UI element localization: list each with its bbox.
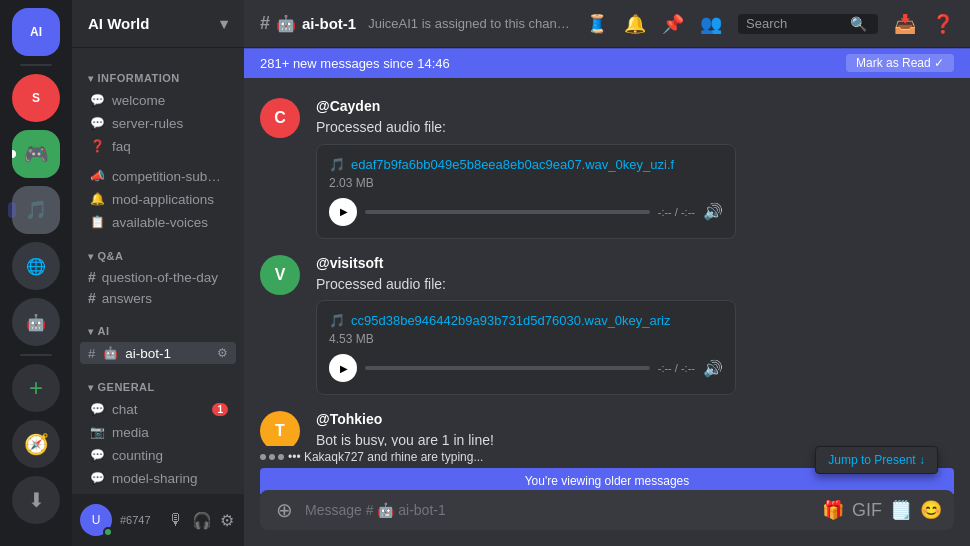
server-header[interactable]: AI World ▾ <box>72 0 244 48</box>
play-button-1[interactable] <box>329 198 357 226</box>
section-general[interactable]: ▾ GENERAL <box>72 365 244 397</box>
add-attachment-icon[interactable]: ⊕ <box>272 490 297 530</box>
volume-icon-2[interactable]: 🔊 <box>703 359 723 378</box>
server-icon-s5[interactable]: 🌐 <box>12 242 60 290</box>
audio-controls-2: -:-- / -:-- 🔊 <box>329 354 723 382</box>
avatar-visitsoft: V <box>260 255 300 295</box>
server-icon-label: AI <box>30 25 42 39</box>
main-content: # 🤖 ai-bot-1 JuiceAI1 is assigned to thi… <box>244 0 970 546</box>
sticker-icon[interactable]: 🗒️ <box>890 499 912 521</box>
audio-filename-2: 🎵 cc95d38be946442b9a93b731d5d76030.wav_0… <box>329 313 723 328</box>
channel-media[interactable]: 📷 media <box>80 421 236 443</box>
audio-filesize-2: 4.53 MB <box>329 332 723 346</box>
author-visitsoft[interactable]: @visitsoft <box>316 255 383 271</box>
jump-to-present-button[interactable]: Jump to Present ↓ <box>815 446 938 474</box>
gif-icon[interactable]: GIF <box>852 500 882 521</box>
channel-counting[interactable]: 💬 counting <box>80 444 236 466</box>
server-icon-s4[interactable]: 🎵 <box>12 186 60 234</box>
deafen-icon[interactable]: 🎧 <box>190 509 214 532</box>
volume-icon-1[interactable]: 🔊 <box>703 202 723 221</box>
play-button-2[interactable] <box>329 354 357 382</box>
author-cayden[interactable]: @Cayden <box>316 98 380 114</box>
section-qa[interactable]: ▾ Q&A <box>72 234 244 266</box>
mute-icon[interactable]: 🎙 <box>166 509 186 532</box>
user-avatar: U <box>80 504 112 536</box>
audio-controls-1: -:-- / -:-- 🔊 <box>329 198 723 226</box>
channel-chat[interactable]: 💬 chat 1 <box>80 398 236 420</box>
channel-settings-icon[interactable]: ⚙ <box>217 346 228 360</box>
download-icon[interactable]: ⬇ <box>12 476 60 524</box>
channel-competition[interactable]: 📣 competition-sub… <box>80 165 236 187</box>
search-input[interactable] <box>746 16 846 31</box>
message-input[interactable] <box>297 491 822 529</box>
section-information[interactable]: ▾ INFORMATION <box>72 56 244 88</box>
message-content-cayden: @Cayden Processed audio file: 🎵 edaf7b9f… <box>316 98 954 239</box>
channel-header: # 🤖 ai-bot-1 JuiceAI1 is assigned to thi… <box>244 0 970 48</box>
unread-badge-chat: 1 <box>212 403 228 416</box>
pin-icon[interactable]: 📌 <box>662 13 684 35</box>
explore-servers-button[interactable]: 🧭 <box>12 420 60 468</box>
section-arrow-ai: ▾ <box>88 326 94 337</box>
input-actions: 🎁 GIF 🗒️ 😊 <box>822 499 942 521</box>
channel-answers[interactable]: # answers <box>80 288 236 308</box>
notification-dot-s3 <box>12 150 16 158</box>
file-icon-2: 🎵 <box>329 313 345 328</box>
channel-submissions[interactable]: 💬 submissions <box>80 490 236 494</box>
audio-filesize-1: 2.03 MB <box>329 176 723 190</box>
section-arrow-information: ▾ <box>88 73 94 84</box>
message-input-wrapper: ⊕ 🎁 GIF 🗒️ 😊 <box>260 490 954 530</box>
channel-question-of-the-day[interactable]: # question-of-the-day <box>80 267 236 287</box>
threads-icon[interactable]: 🧵 <box>586 13 608 35</box>
search-box[interactable]: 🔍 <box>738 14 878 34</box>
audio-attachment-1: 🎵 edaf7b9fa6bb049e5b8eea8eb0ac9ea07.wav_… <box>316 144 736 239</box>
typing-dot-2 <box>269 454 275 460</box>
members-icon[interactable]: 👥 <box>700 13 722 35</box>
add-server-button[interactable]: + <box>12 364 60 412</box>
inbox-icon[interactable]: 📥 <box>894 13 916 35</box>
mark-as-read-button[interactable]: Mark as Read ✓ <box>846 54 954 72</box>
channel-icon-welcome: 💬 <box>88 91 106 109</box>
notification-settings-icon[interactable]: 🔔 <box>624 13 646 35</box>
audio-progress-1[interactable] <box>365 210 650 214</box>
server-icon-s6[interactable]: 🤖 <box>12 298 60 346</box>
search-icon: 🔍 <box>850 16 867 32</box>
hash-icon-qotd: # <box>88 269 96 285</box>
section-ai[interactable]: ▾ AI <box>72 309 244 341</box>
channel-ai-bot-1[interactable]: # 🤖 ai-bot-1 ⚙ <box>80 342 236 364</box>
author-tohkieo[interactable]: @Tohkieo <box>316 411 382 427</box>
user-controls: 🎙 🎧 ⚙ <box>166 509 236 532</box>
message-group-tohkieo: T @Tohkieo Bot is busy, you are 1 in lin… <box>244 407 970 446</box>
channel-mod-applications[interactable]: 🔔 mod-applications <box>80 188 236 210</box>
avatar-tohkieo: T <box>260 411 300 446</box>
channel-icon-submissions: 💬 <box>88 492 106 494</box>
channel-available-voices[interactable]: 📋 available-voices <box>80 211 236 233</box>
emoji-icon[interactable]: 😊 <box>920 499 942 521</box>
gift-icon[interactable]: 🎁 <box>822 499 844 521</box>
channel-welcome[interactable]: 💬 welcome <box>80 89 236 111</box>
channel-description: JuiceAI1 is assigned to this channel. Pi… <box>368 16 574 31</box>
channel-faq[interactable]: ❓ faq <box>80 135 236 157</box>
channel-icon-counting: 💬 <box>88 446 106 464</box>
audio-progress-2[interactable] <box>365 366 650 370</box>
settings-icon[interactable]: ⚙ <box>218 509 236 532</box>
channel-icon-mod: 🔔 <box>88 190 106 208</box>
channel-icon-server-rules: 💬 <box>88 114 106 132</box>
server-icon-s2[interactable]: S <box>12 74 60 122</box>
server-icon-s3[interactable]: 🎮 <box>12 130 60 178</box>
server-divider <box>20 64 52 66</box>
message-content-visitsoft: @visitsoft Processed audio file: 🎵 cc95d… <box>316 255 954 396</box>
channel-icon-media: 📷 <box>88 423 106 441</box>
server-name: AI World <box>88 15 149 32</box>
audio-filename-1: 🎵 edaf7b9fa6bb049e5b8eea8eb0ac9ea07.wav_… <box>329 157 723 172</box>
server-icon-main[interactable]: AI <box>12 8 60 56</box>
message-text-cayden: Processed audio file: <box>316 118 954 138</box>
robot-icon-aibot: 🤖 <box>101 344 119 362</box>
channel-model-sharing[interactable]: 💬 model-sharing <box>80 467 236 489</box>
channel-robot-icon: 🤖 <box>276 14 296 33</box>
status-dot <box>103 527 113 537</box>
help-icon[interactable]: ❓ <box>932 13 954 35</box>
typing-dot-1 <box>260 454 266 460</box>
channel-icon-model-sharing: 💬 <box>88 469 106 487</box>
chevron-down-icon: ▾ <box>220 15 228 33</box>
channel-server-rules[interactable]: 💬 server-rules <box>80 112 236 134</box>
